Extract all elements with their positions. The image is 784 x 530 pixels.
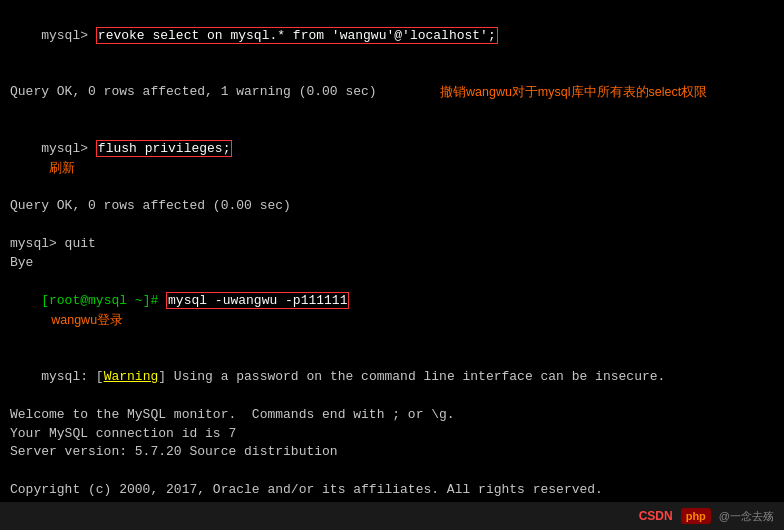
warning-rest: ] Using a password on the command line i…	[158, 369, 665, 384]
comment-login: wangwu登录	[51, 313, 123, 327]
queryok-text-1: Query OK, 0 rows affected, 1 warning (0.…	[10, 84, 377, 99]
line-connid: Your MySQL connection id is 7	[10, 425, 774, 444]
blank-1	[10, 102, 774, 121]
revoke-command: revoke select on mysql.* from 'wangwu'@'…	[96, 27, 498, 44]
terminal: mysql> revoke select on mysql.* from 'wa…	[0, 0, 784, 530]
php-badge: php	[681, 508, 711, 524]
flush-command: flush privileges;	[96, 140, 233, 157]
bottom-bar: CSDN php @一念去殇	[0, 502, 784, 530]
line-copyright: Copyright (c) 2000, 2017, Oracle and/or …	[10, 481, 774, 500]
prompt-2: mysql>	[41, 141, 96, 156]
warning-word: Warning	[104, 369, 159, 384]
line-queryok-1: Query OK, 0 rows affected, 1 warning (0.…	[10, 83, 774, 102]
line-login: [root@mysql ~]# mysql -uwangwu -p111111 …	[10, 273, 774, 349]
csdn-logo: CSDN	[639, 509, 673, 523]
blank-2	[10, 216, 774, 235]
line-flush: mysql> flush privileges; 刷新	[10, 121, 774, 197]
blank-3	[10, 462, 774, 481]
prompt-1: mysql>	[41, 28, 96, 43]
line-quit: mysql> quit	[10, 235, 774, 254]
line-version: Server version: 5.7.20 Source distributi…	[10, 443, 774, 462]
line-queryok-2: Query OK, 0 rows affected (0.00 sec)	[10, 197, 774, 216]
warning-text: mysql: [	[41, 369, 103, 384]
annotation-revoke-text: 撤销wangwu对于mysql库中所有表的select权限	[440, 83, 707, 101]
comment-flush: 刷新	[49, 161, 75, 175]
line-revoke: mysql> revoke select on mysql.* from 'wa…	[10, 8, 774, 83]
author-text: @一念去殇	[719, 509, 774, 524]
line-bye: Bye	[10, 254, 774, 273]
line-warning: mysql: [Warning] Using a password on the…	[10, 349, 774, 406]
mysql-login-command: mysql -uwangwu -p111111	[166, 292, 349, 309]
line-welcome: Welcome to the MySQL monitor. Commands e…	[10, 406, 774, 425]
root-prompt: [root@mysql ~]#	[41, 293, 166, 308]
